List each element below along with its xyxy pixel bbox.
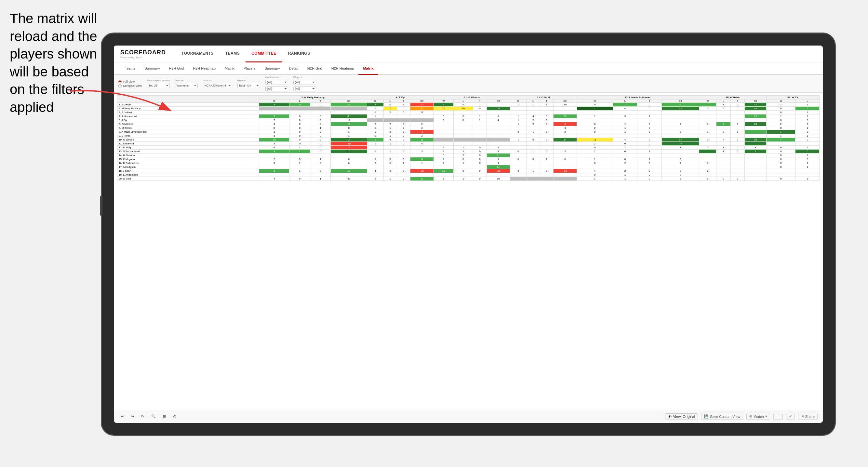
nav-teams[interactable]: TEAMS [219,45,246,62]
subnav-h2h-grid2[interactable]: H2H Grid [303,62,327,75]
cell: 2 [383,111,397,115]
table-row: 11. A Bianchi 2 0 0 -18 1 1 0 4 [117,142,819,146]
cell: 0 [453,157,473,161]
cell [527,173,540,177]
cell [731,111,745,115]
cell: 5 [410,150,434,154]
zoom-button[interactable]: 🔍 [149,413,158,419]
matrix-area[interactable]: 2. M Kelly Mulcahy 6. A Dy 11. G Woods 2… [114,93,823,410]
cell: 7 [259,118,289,122]
subnav-h2h-heatmap[interactable]: H2H Heatmap [188,62,220,75]
full-view-radio[interactable]: Full View [118,80,142,83]
subnav-matrix2[interactable]: Matrix [359,62,378,75]
cell [510,146,527,150]
cell [434,111,454,115]
cell [699,150,716,154]
subnav-summary[interactable]: Summary [140,62,164,75]
player-name: 19. E Andersson [117,173,259,177]
cell [716,165,731,169]
cell [367,154,383,157]
cell: 0 [453,103,473,107]
cell: 0 [699,177,716,181]
cell [731,173,745,177]
cell: 0 [434,115,454,118]
cell [553,161,577,165]
cell [731,161,745,165]
cell [745,161,766,165]
layout-button[interactable]: ⊞ [161,413,168,419]
subnav-detail[interactable]: Detail [285,62,303,75]
cell [716,126,731,130]
subnav-h2h-heatmap2[interactable]: H2H Heatmap [327,62,359,75]
players-select2[interactable]: (All) [293,86,316,91]
nav-committee[interactable]: COMMITTEE [246,45,282,62]
save-custom-button[interactable]: 💾 Save Custom View [701,413,743,420]
cell [383,118,397,122]
player-name: 5. A Dy [117,118,259,122]
cell: 1 [289,150,310,154]
nav-rankings[interactable]: RANKINGS [282,45,316,62]
players-select[interactable]: (All) [293,80,316,85]
logo: SCOREBOARD Powered by clippd [120,49,166,59]
cell [367,118,383,122]
cell: 0 [310,103,331,107]
options-button[interactable]: ⋯ [773,413,783,420]
player-name: 2. M Kelly Mulcahy [117,107,259,111]
col-header-woods: 11. G Woods [434,96,510,99]
conference-select[interactable]: (All) [266,80,288,85]
share-icon: ↗ [801,414,804,418]
cell [510,134,527,138]
division-select[interactable]: NCAA Division II NCAA Division I NCAA Di… [203,83,232,88]
cell: 11 [487,154,510,157]
redo-button[interactable]: ↪ [129,413,136,419]
cell [540,142,553,146]
expand-button[interactable]: ⤢ [786,413,795,420]
cell: 0 [289,126,310,130]
cell: 3 [716,103,731,107]
cell [716,169,731,173]
watch-button[interactable]: ◎ Watch ▾ [746,413,770,420]
cell [473,122,487,126]
cell: 13 [434,169,454,173]
share-button[interactable]: ↗ Share [798,413,817,420]
cell: 1 [510,138,527,142]
cell [745,165,766,169]
cell [553,173,577,177]
subnav-matrix[interactable]: Matrix [220,62,239,75]
undo-button[interactable]: ↩ [119,413,126,419]
logo-subtitle: Powered by clippd [120,56,166,59]
cell: 11 [745,103,766,107]
max-players-select[interactable]: Top 25 Top 10 Top 50 [147,83,170,88]
sh-t4: T [540,99,553,103]
cell [487,134,510,138]
cell: 2 [577,142,613,146]
subnav-teams[interactable]: Teams [120,62,140,75]
subnav-h2h-grid[interactable]: H2H Grid [164,62,188,75]
cell: 10 [553,103,577,107]
region-select[interactable]: East - DII (All) West - DII [238,83,260,88]
conference-select2[interactable]: (All) [266,86,288,91]
cell: 11 [410,138,434,142]
gender-select[interactable]: Women's Men's [175,83,198,88]
cell: -18 [331,142,367,146]
player-name: 18. J Kanh [117,169,259,173]
cell: 1 [577,107,613,111]
nav-tournaments[interactable]: TOURNAMENTS [176,45,219,62]
subnav-summary2[interactable]: Summary [260,62,285,75]
cell: 16 [331,150,367,154]
refresh-button[interactable]: ⟳ [139,413,146,419]
compact-view-radio[interactable]: Compact View [118,84,142,88]
bottom-toolbar: ↩ ↪ ⟳ 🔍 ⊞ ⏱ 👁 View: Original 💾 Save Cust… [114,410,823,423]
subnav-players[interactable]: Players [239,62,260,75]
cell: 1 [766,115,796,118]
cell [766,142,796,146]
cell: 1 [796,134,819,138]
cell [540,146,553,150]
cell: 0 [540,122,553,126]
cell: 0 [434,154,454,157]
cell [731,134,745,138]
cell [699,142,716,146]
cell: 11 [410,157,434,161]
timer-button[interactable]: ⏱ [171,414,179,419]
view-original-button[interactable]: 👁 View: Original [665,413,698,420]
